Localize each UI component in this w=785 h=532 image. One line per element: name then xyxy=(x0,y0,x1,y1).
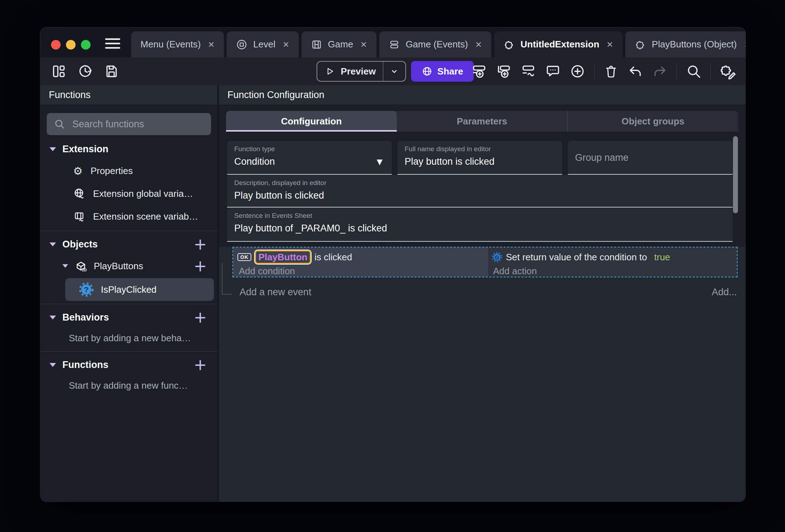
share-button[interactable]: Share xyxy=(411,61,474,82)
add-subevent-icon[interactable] xyxy=(496,63,512,79)
preview-dropdown-button[interactable] xyxy=(383,67,405,76)
close-icon[interactable]: ✕ xyxy=(208,40,215,49)
full-name-input[interactable] xyxy=(405,156,555,167)
toolbar: Preview Share xyxy=(40,57,745,85)
search-input[interactable] xyxy=(72,118,204,130)
toolbar-divider xyxy=(710,63,711,80)
group-name-field[interactable] xyxy=(568,141,733,175)
function-configuration-panel: Function Configuration Configuration Par… xyxy=(219,85,745,502)
action-value[interactable]: true xyxy=(654,252,670,263)
tab-parameters[interactable]: Parameters xyxy=(397,111,568,132)
sidebar-divider xyxy=(40,351,217,352)
history-icon[interactable] xyxy=(77,63,93,79)
section-extension[interactable]: Extension xyxy=(40,139,217,159)
action-text[interactable]: Set return value of the condition to xyxy=(506,252,647,263)
vertical-scrollbar[interactable] xyxy=(733,136,738,213)
comment-icon[interactable] xyxy=(545,63,561,79)
event-conditions-column[interactable]: OK PlayButton is clicked Add condition xyxy=(233,247,488,277)
add-circle-icon[interactable] xyxy=(570,63,585,79)
add-event-icon[interactable] xyxy=(471,63,487,79)
sidebar-item-extension-scene-variables[interactable]: Extension scene variab… xyxy=(40,205,217,228)
preview-label: Preview xyxy=(341,66,376,77)
sentence-input[interactable] xyxy=(234,223,725,234)
selected-object-chip[interactable]: PlayButton xyxy=(255,250,311,264)
sentence-field[interactable]: Sentence in Events Sheet xyxy=(227,208,733,242)
field-label: Function type xyxy=(234,145,385,153)
tab-level[interactable]: Level ✕ xyxy=(227,31,298,57)
add-action-button[interactable]: Add action xyxy=(492,265,737,277)
search-functions-box[interactable] xyxy=(47,113,211,135)
item-label: Extension global varia… xyxy=(93,188,193,199)
functions-helper-text: Start by adding a new func… xyxy=(40,375,217,396)
close-icon[interactable]: ✕ xyxy=(360,40,367,49)
close-icon[interactable]: ✕ xyxy=(283,40,289,49)
sidebar-item-isplayclicked[interactable]: ? IsPlayClicked xyxy=(65,278,214,301)
field-label: Description, displayed in editor xyxy=(234,179,725,187)
full-name-field[interactable]: Full name displayed in editor xyxy=(397,141,562,175)
sidebar-title: Functions xyxy=(40,85,217,104)
preview-button-main[interactable]: Preview xyxy=(317,66,383,77)
film-icon xyxy=(311,39,322,50)
edit-extension-icon[interactable] xyxy=(720,63,736,80)
tab-untitled-extension[interactable]: UntitledExtension ✕ xyxy=(494,31,622,57)
section-behaviors[interactable]: Behaviors + xyxy=(40,307,217,328)
field-value: Condition xyxy=(234,156,275,167)
undo-icon[interactable] xyxy=(627,63,643,79)
tab-menu-events[interactable]: Menu (Events) ✕ xyxy=(131,31,224,57)
tab-game-events[interactable]: Game (Events) ✕ xyxy=(379,31,491,57)
toolbar-divider xyxy=(677,63,677,80)
events-sheet: OK PlayButton is clicked Add condition G… xyxy=(219,247,745,502)
section-label: Functions xyxy=(62,359,108,370)
main-menu-icon[interactable] xyxy=(104,37,121,50)
share-label: Share xyxy=(437,66,463,77)
add-behavior-button[interactable]: + xyxy=(194,310,207,325)
play-icon xyxy=(324,66,335,77)
close-icon[interactable]: ✕ xyxy=(606,40,613,49)
add-other-event-icon[interactable] xyxy=(520,63,536,79)
condition-text[interactable]: is clicked xyxy=(314,252,352,263)
selected-event[interactable]: OK PlayButton is clicked Add condition G… xyxy=(232,247,738,277)
events-list-icon xyxy=(389,39,400,50)
group-name-input[interactable] xyxy=(575,152,725,163)
svg-text:?: ? xyxy=(84,285,89,294)
puzzle-icon xyxy=(503,39,515,50)
close-icon[interactable]: ✕ xyxy=(475,40,482,49)
add-object-button[interactable]: + xyxy=(194,236,207,252)
preview-button[interactable]: Preview xyxy=(317,61,406,82)
section-functions[interactable]: Functions + xyxy=(40,354,217,375)
zoom-window-button[interactable] xyxy=(81,40,91,50)
svg-text:2D: 2D xyxy=(82,268,87,272)
close-icon[interactable]: ✕ xyxy=(744,40,745,49)
add-new-event-button[interactable]: Add a new event xyxy=(240,287,311,298)
add-condition-button[interactable]: Add condition xyxy=(237,265,488,277)
function-type-select[interactable]: Function type Condition ▼ xyxy=(227,141,392,175)
scene-variables-icon xyxy=(73,210,85,222)
section-objects[interactable]: Objects + xyxy=(40,234,217,255)
add-more-button[interactable]: Add... xyxy=(712,287,737,298)
chevron-down-icon xyxy=(50,363,56,367)
sidebar-item-extension-global-variables[interactable]: Extension global varia… xyxy=(40,182,217,205)
description-input[interactable] xyxy=(234,190,725,201)
gear-icon: ⚙ xyxy=(73,165,83,177)
add-function-button[interactable]: + xyxy=(194,357,207,373)
save-icon[interactable] xyxy=(104,63,119,79)
sidebar-item-properties[interactable]: ⚙ Properties xyxy=(40,159,217,182)
event-actions-column[interactable]: G Set return value of the condition to t… xyxy=(488,247,737,277)
tab-playbuttons-object[interactable]: PlayButtons (Object) ✕ xyxy=(625,31,745,57)
trash-icon[interactable] xyxy=(604,64,619,79)
tab-configuration[interactable]: Configuration xyxy=(226,111,397,132)
close-window-button[interactable] xyxy=(51,40,61,50)
minimize-window-button[interactable] xyxy=(66,40,76,50)
description-field[interactable]: Description, displayed in editor xyxy=(227,175,733,208)
redo-icon[interactable] xyxy=(652,63,668,79)
sidebar-item-playbuttons[interactable]: 2D PlayButtons + xyxy=(40,255,217,277)
search-icon[interactable] xyxy=(686,63,702,79)
tab-object-groups[interactable]: Object groups xyxy=(567,111,738,132)
tab-label: UntitledExtension xyxy=(520,39,599,50)
section-label: Behaviors xyxy=(62,312,109,323)
project-manager-icon[interactable] xyxy=(51,63,67,79)
tab-game[interactable]: Game ✕ xyxy=(302,31,376,57)
ok-button-object-icon: OK xyxy=(237,253,251,261)
add-object-function-button[interactable]: + xyxy=(194,258,207,274)
tab-label: Game xyxy=(328,39,353,50)
